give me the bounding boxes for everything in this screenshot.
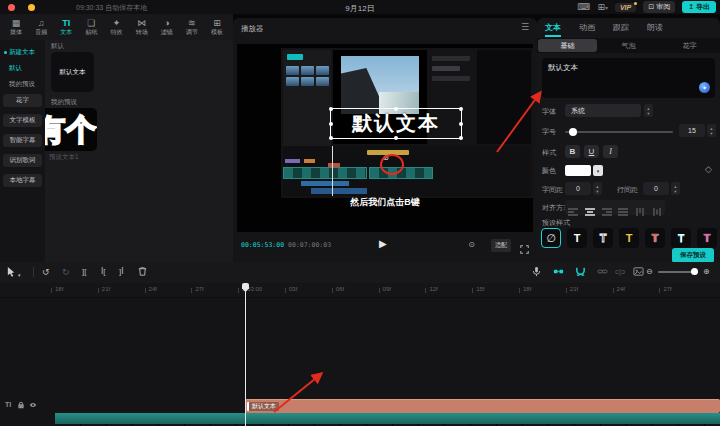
preset-style-yellow[interactable]: T — [619, 228, 639, 248]
sidebar-item-text-template[interactable]: 文字模板 — [3, 114, 42, 127]
play-button[interactable]: ▶ — [379, 238, 387, 249]
letter-spacing-value[interactable]: 0 — [565, 182, 591, 195]
preset-style-outline[interactable]: T — [593, 228, 613, 248]
size-value[interactable]: 15 — [679, 124, 705, 137]
timeline-ruler[interactable]: 18f21f24f27f5:53:0003f06f09f12f15f18f21f… — [0, 283, 720, 298]
main-track-magnet-icon[interactable] — [553, 266, 564, 277]
ribbon-item-effects[interactable]: ✦特效 — [105, 18, 129, 36]
select-tool-icon[interactable] — [6, 266, 17, 277]
line-spacing-value[interactable]: 0 — [643, 182, 669, 195]
player-menu-icon[interactable]: ☰ — [521, 22, 529, 32]
letter-spacing-stepper[interactable]: ▴▾ — [593, 182, 602, 195]
italic-button[interactable]: I — [603, 145, 618, 158]
playhead[interactable] — [245, 283, 246, 426]
resize-handle[interactable] — [459, 136, 463, 140]
align-justify-icon[interactable] — [617, 203, 629, 213]
snapshot-icon[interactable]: ⊙ — [468, 240, 475, 249]
resize-handle[interactable] — [329, 136, 333, 140]
line-spacing-stepper[interactable]: ▴▾ — [671, 182, 680, 195]
fullscreen-icon[interactable] — [520, 240, 529, 258]
eye-icon[interactable] — [29, 401, 37, 409]
save-preset-button[interactable]: 保存预设 — [672, 248, 714, 263]
ai-assistant-icon[interactable]: ✦ — [699, 82, 710, 93]
sidebar-item-local-captions[interactable]: 本地字幕 — [3, 174, 42, 187]
preset-style-teal[interactable]: T — [671, 228, 691, 248]
sidebar-item-fancy-text[interactable]: 花字 — [3, 94, 42, 107]
ribbon-item-sticker[interactable]: ❏贴纸 — [79, 18, 103, 36]
default-text-tile[interactable]: 默认文本 — [51, 52, 94, 92]
trim-right-icon[interactable]: ]Ⅰ — [119, 266, 124, 278]
tab-tracking[interactable]: 跟踪 — [613, 22, 629, 33]
zoom-out-icon[interactable]: ⊖ — [646, 266, 653, 278]
align-vertical-center-icon[interactable] — [651, 203, 663, 213]
underline-button[interactable]: U — [584, 145, 599, 158]
subtab-basic[interactable]: 基础 — [538, 39, 597, 52]
preset-style-red[interactable]: T — [645, 228, 665, 248]
export-button[interactable]: ↥导出 — [682, 1, 716, 13]
preset-style-none[interactable]: ∅ — [541, 228, 561, 248]
video-clip-top-bar[interactable] — [55, 413, 720, 424]
keyframe-diamond-icon[interactable]: ◇ — [705, 164, 712, 174]
resize-handle[interactable] — [394, 107, 398, 111]
ribbon-item-media[interactable]: ▦媒体 — [4, 18, 28, 36]
split-icon[interactable]: ][ — [82, 266, 86, 278]
align-center-icon[interactable] — [584, 203, 596, 213]
color-swatch[interactable] — [565, 165, 591, 176]
tab-text[interactable]: 文本 — [545, 22, 561, 37]
undo-icon[interactable]: ↺ — [42, 266, 50, 278]
keyboard-shortcuts-icon[interactable]: ⌨ — [577, 1, 590, 13]
size-slider-handle[interactable] — [569, 128, 577, 136]
record-audio-icon[interactable] — [531, 266, 542, 277]
sidebar-item-recognize-lyrics[interactable]: 识别歌词 — [3, 154, 42, 167]
preset-text-tile[interactable]: 有个 — [45, 108, 97, 151]
vip-badge[interactable]: VIP — [615, 3, 636, 12]
size-slider[interactable] — [565, 131, 673, 133]
zoom-slider-handle[interactable] — [691, 268, 698, 275]
resize-handle[interactable] — [394, 136, 398, 140]
sidebar-item-default[interactable]: 默认 — [9, 64, 22, 73]
ribbon-item-transition[interactable]: ⋈转场 — [130, 18, 154, 36]
review-button[interactable]: ⊡审阅 — [643, 1, 675, 13]
video-preview[interactable]: ⊘ 默认文本 然后我们点击B键 — [237, 44, 533, 232]
font-dropdown[interactable]: 系统 — [565, 104, 641, 117]
resize-handle[interactable] — [459, 107, 463, 111]
preview-axis-icon[interactable]: c|ɔ — [615, 266, 625, 278]
delete-icon[interactable] — [137, 266, 148, 277]
sidebar-item-new-text[interactable]: 新建文本 — [4, 48, 35, 57]
align-vertical-top-icon[interactable] — [634, 203, 646, 213]
color-caret-icon[interactable]: ▾ — [593, 165, 603, 176]
font-stepper[interactable]: ▴▾ — [644, 104, 653, 117]
zoom-in-icon[interactable]: ⊕ — [703, 266, 710, 278]
bold-button[interactable]: B — [565, 145, 580, 158]
text-clip[interactable]: 默认文本 — [245, 399, 720, 413]
tab-animation[interactable]: 动画 — [579, 22, 595, 33]
ribbon-item-audio[interactable]: ♫音频 — [29, 18, 53, 36]
ribbon-item-filter[interactable]: ◑滤镜 — [155, 18, 179, 36]
ribbon-item-adjust[interactable]: ≋调节 — [180, 18, 204, 36]
redo-icon[interactable]: ↻ — [62, 266, 70, 278]
trim-left-icon[interactable]: Ⅰ[ — [101, 266, 106, 278]
resize-handle[interactable] — [329, 122, 333, 126]
resize-handle[interactable] — [329, 107, 333, 111]
preset-style-pink[interactable]: T — [697, 228, 717, 248]
sidebar-item-smart-captions[interactable]: 智能字幕 — [3, 134, 42, 147]
overlay-text[interactable]: 默认文本 — [331, 110, 461, 137]
text-content-input[interactable]: 默认文本 ✦ — [542, 58, 715, 98]
align-right-icon[interactable] — [601, 203, 613, 213]
subtab-bubble[interactable]: 气泡 — [599, 39, 658, 52]
ribbon-item-template[interactable]: ⊞模板 — [205, 18, 229, 36]
tab-read-aloud[interactable]: 朗读 — [647, 22, 663, 33]
lock-icon[interactable] — [17, 401, 25, 409]
timeline-zoom-slider[interactable] — [658, 271, 698, 273]
preset-style-white[interactable]: T — [567, 228, 587, 248]
resize-handle[interactable] — [459, 122, 463, 126]
sidebar-item-my-presets[interactable]: 我的预设 — [9, 80, 35, 89]
subtab-fancy[interactable]: 花字 — [660, 39, 719, 52]
select-tool-caret-icon[interactable]: ▾ — [18, 269, 21, 281]
auto-snap-icon[interactable] — [575, 266, 586, 277]
linkage-icon[interactable] — [597, 266, 608, 277]
align-left-icon[interactable] — [567, 203, 579, 213]
cover-icon[interactable] — [633, 266, 644, 277]
fit-dropdown[interactable]: 适配 — [491, 239, 511, 252]
size-stepper[interactable]: ▴▾ — [707, 124, 716, 137]
